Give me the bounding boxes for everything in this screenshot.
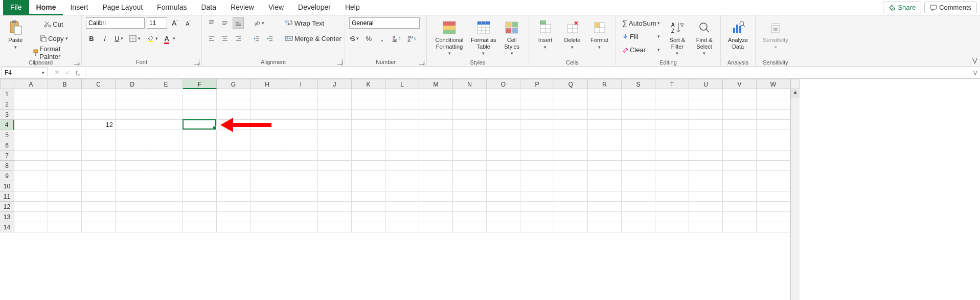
number-format-select[interactable] xyxy=(349,17,420,29)
tab-formulas[interactable]: Formulas xyxy=(150,0,194,15)
cell-J10[interactable] xyxy=(318,181,352,191)
cell-I8[interactable] xyxy=(284,161,318,171)
conditional-formatting-button[interactable]: Conditional Formatting▾ xyxy=(431,17,468,58)
cell-E10[interactable] xyxy=(149,181,183,191)
cell-B5[interactable] xyxy=(48,130,82,140)
cell-H7[interactable] xyxy=(250,151,284,161)
cell-E14[interactable] xyxy=(149,222,183,232)
cell-J7[interactable] xyxy=(318,151,352,161)
select-all-corner[interactable] xyxy=(0,79,14,89)
cell-G7[interactable] xyxy=(217,151,250,161)
cell-L5[interactable] xyxy=(385,130,419,140)
cell-M3[interactable] xyxy=(419,110,453,120)
scroll-up-button[interactable]: ▲ xyxy=(791,89,800,98)
cell-F11[interactable] xyxy=(183,191,217,202)
cell-J4[interactable] xyxy=(318,120,352,130)
cell-U5[interactable] xyxy=(689,130,723,140)
cell-J14[interactable] xyxy=(318,222,352,232)
cell-S13[interactable] xyxy=(622,212,655,222)
formula-input[interactable] xyxy=(85,67,970,78)
cell-V10[interactable] xyxy=(723,181,757,191)
cell-H13[interactable] xyxy=(250,212,284,222)
column-header-D[interactable]: D xyxy=(116,79,149,89)
cell-E3[interactable] xyxy=(149,110,183,120)
cell-U7[interactable] xyxy=(689,151,723,161)
cell-L13[interactable] xyxy=(385,212,419,222)
align-left-button[interactable] xyxy=(206,33,217,44)
column-header-L[interactable]: L xyxy=(385,79,419,89)
cell-V2[interactable] xyxy=(723,99,757,110)
cell-J12[interactable] xyxy=(318,202,352,212)
cell-D6[interactable] xyxy=(116,140,149,151)
column-header-U[interactable]: U xyxy=(689,79,723,89)
cell-N13[interactable] xyxy=(453,212,487,222)
cell-C3[interactable] xyxy=(82,110,116,120)
cell-R11[interactable] xyxy=(588,191,622,202)
column-header-I[interactable]: I xyxy=(284,79,318,89)
row-header-13[interactable]: 13 xyxy=(0,212,14,222)
row-header-1[interactable]: 1 xyxy=(0,89,14,99)
row-header-10[interactable]: 10 xyxy=(0,181,14,191)
tab-page-layout[interactable]: Page Layout xyxy=(95,0,150,15)
increase-indent-button[interactable] xyxy=(264,33,276,44)
cell-P6[interactable] xyxy=(520,140,554,151)
cell-K7[interactable] xyxy=(352,151,385,161)
cell-P5[interactable] xyxy=(520,130,554,140)
decrease-decimal-button[interactable]: .00.0 xyxy=(405,33,418,44)
cell-B2[interactable] xyxy=(48,99,82,110)
cell-M1[interactable] xyxy=(419,89,453,99)
cell-N10[interactable] xyxy=(453,181,487,191)
cell-Q10[interactable] xyxy=(554,181,588,191)
cell-C1[interactable] xyxy=(82,89,116,99)
cell-V6[interactable] xyxy=(723,140,757,151)
cell-U6[interactable] xyxy=(689,140,723,151)
cell-I5[interactable] xyxy=(284,130,318,140)
vertical-scrollbar[interactable]: ▲ xyxy=(790,89,800,300)
align-middle-button[interactable] xyxy=(219,17,231,29)
delete-cells-button[interactable]: Delete▾ xyxy=(560,17,584,58)
column-header-R[interactable]: R xyxy=(588,79,622,89)
cell-B14[interactable] xyxy=(48,222,82,232)
cell-C8[interactable] xyxy=(82,161,116,171)
name-box[interactable]: F4 ▾ xyxy=(1,68,48,77)
cell-T10[interactable] xyxy=(655,181,689,191)
cell-K6[interactable] xyxy=(352,140,385,151)
insert-function-button[interactable]: fx xyxy=(74,68,82,77)
percent-format-button[interactable]: % xyxy=(363,33,374,44)
cell-P9[interactable] xyxy=(520,171,554,181)
cell-M5[interactable] xyxy=(419,130,453,140)
cell-V11[interactable] xyxy=(723,191,757,202)
cell-F5[interactable] xyxy=(183,130,217,140)
cell-C11[interactable] xyxy=(82,191,116,202)
cell-U1[interactable] xyxy=(689,89,723,99)
cell-G11[interactable] xyxy=(217,191,250,202)
comma-format-button[interactable]: , xyxy=(376,33,388,44)
cell-G9[interactable] xyxy=(217,171,250,181)
cell-A5[interactable] xyxy=(14,130,48,140)
cell-B9[interactable] xyxy=(48,171,82,181)
cell-E1[interactable] xyxy=(149,89,183,99)
column-header-J[interactable]: J xyxy=(318,79,352,89)
cell-U8[interactable] xyxy=(689,161,723,171)
cell-U14[interactable] xyxy=(689,222,723,232)
column-header-K[interactable]: K xyxy=(352,79,385,89)
cell-B7[interactable] xyxy=(48,151,82,161)
fill-color-button[interactable]: ▾ xyxy=(145,33,160,44)
cell-D14[interactable] xyxy=(116,222,149,232)
cell-Q4[interactable] xyxy=(554,120,588,130)
cell-R2[interactable] xyxy=(588,99,622,110)
cell-E9[interactable] xyxy=(149,171,183,181)
cell-O4[interactable] xyxy=(487,120,520,130)
cell-S11[interactable] xyxy=(622,191,655,202)
cell-F1[interactable] xyxy=(183,89,217,99)
fill-button[interactable]: Fill▾ xyxy=(620,31,662,42)
column-header-H[interactable]: H xyxy=(250,79,284,89)
row-header-7[interactable]: 7 xyxy=(0,151,14,161)
dialog-launcher-number[interactable] xyxy=(419,59,424,65)
tab-view[interactable]: View xyxy=(261,0,291,15)
comments-button[interactable]: Comments xyxy=(924,2,977,13)
cell-D4[interactable] xyxy=(116,120,149,130)
cell-R5[interactable] xyxy=(588,130,622,140)
cell-J13[interactable] xyxy=(318,212,352,222)
cell-N14[interactable] xyxy=(453,222,487,232)
